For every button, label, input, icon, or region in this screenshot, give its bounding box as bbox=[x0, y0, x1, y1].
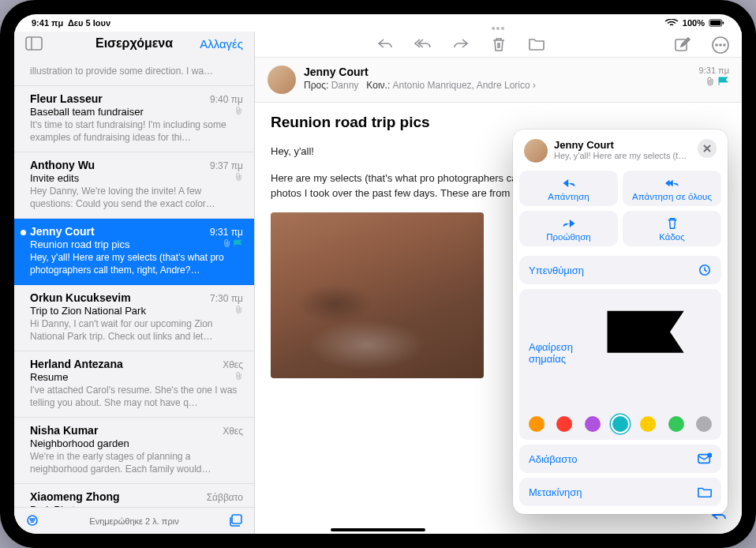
actions-popover: Jenny Court Hey, y'all! Here are my sele… bbox=[513, 129, 728, 514]
flag-section: Αφαίρεση σημαίας bbox=[519, 289, 721, 440]
close-icon bbox=[703, 145, 711, 152]
msg-from: Jenny Court bbox=[30, 225, 95, 238]
svg-rect-1 bbox=[710, 21, 720, 25]
message-list[interactable]: illustration to provide some direction. … bbox=[14, 57, 254, 507]
msg-subject: Resume bbox=[30, 371, 68, 383]
svg-point-12 bbox=[716, 44, 717, 46]
sidebar: Εισερχόμενα Αλλαγές illustration to prov… bbox=[14, 32, 255, 534]
stack-icon[interactable] bbox=[229, 514, 243, 528]
edit-button[interactable]: Αλλαγές bbox=[200, 37, 243, 51]
svg-point-14 bbox=[724, 44, 725, 46]
header-recipients[interactable]: Προς: Danny Κοιν.: Antonio Manriquez, An… bbox=[304, 80, 691, 91]
unread-action[interactable]: Αδιάβαστο bbox=[519, 445, 721, 473]
msg-from: Xiaomeng Zhong bbox=[30, 490, 120, 503]
message-row[interactable]: Jenny Court9:31 πμReunion road trip pics… bbox=[14, 219, 254, 285]
flag-color[interactable] bbox=[585, 416, 601, 432]
message-header: Jenny Court Προς: Danny Κοιν.: Antonio M… bbox=[255, 57, 742, 103]
msg-subject: Park Photos bbox=[30, 504, 86, 507]
ipad-frame: 9:41 πμ Δευ 5 Ιουν 100% Εισερχόμενα Αλλα… bbox=[0, 0, 756, 548]
sidebar-footer: Ενημερώθηκε 2 λ. πριν bbox=[14, 507, 254, 534]
message-row[interactable]: illustration to provide some direction. … bbox=[14, 57, 254, 86]
message-row[interactable]: Fleur Lasseur9:40 πμBaseball team fundra… bbox=[14, 86, 254, 152]
flag-icon bbox=[718, 77, 729, 85]
attached-image[interactable] bbox=[271, 212, 484, 378]
sidebar-status: Ενημερώθηκε 2 λ. πριν bbox=[89, 516, 178, 526]
toolbar bbox=[255, 32, 742, 57]
forward-action[interactable]: Προώθηση bbox=[519, 211, 618, 246]
popover-header: Jenny Court Hey, y'all! Here are my sele… bbox=[519, 137, 721, 171]
move-icon[interactable] bbox=[528, 36, 545, 52]
message-row[interactable]: Herland AntezanaΧθεςResumeI've attached … bbox=[14, 351, 254, 418]
msg-subject: Trip to Zion National Park bbox=[30, 305, 146, 317]
trash-action[interactable]: Κάδος bbox=[623, 211, 721, 246]
flag-color[interactable] bbox=[612, 416, 628, 432]
close-button[interactable] bbox=[698, 139, 717, 158]
header-from[interactable]: Jenny Court bbox=[304, 66, 691, 78]
sidebar-header: Εισερχόμενα Αλλαγές bbox=[14, 32, 254, 57]
flag-colors bbox=[529, 416, 712, 432]
msg-time: Χθες bbox=[223, 359, 243, 370]
msg-time: Σάββατο bbox=[207, 492, 243, 503]
more-icon[interactable] bbox=[712, 36, 729, 52]
attach-icon bbox=[706, 77, 715, 86]
compose-icon[interactable] bbox=[674, 36, 691, 52]
status-time: 9:41 πμ bbox=[32, 18, 63, 28]
forward-icon[interactable] bbox=[452, 36, 470, 52]
flag-color[interactable] bbox=[640, 416, 656, 432]
msg-preview: It's time to start fundraising! I'm incl… bbox=[30, 118, 243, 144]
msg-preview: We're in the early stages of planning a … bbox=[30, 450, 243, 475]
msg-subject: Neighborhood garden bbox=[30, 437, 129, 449]
status-right: 100% bbox=[664, 18, 724, 28]
sidebar-toggle-icon[interactable] bbox=[25, 36, 43, 51]
flag-color[interactable] bbox=[668, 416, 684, 432]
msg-from: Herland Antezana bbox=[30, 358, 123, 370]
avatar[interactable] bbox=[268, 66, 296, 94]
filter-button[interactable] bbox=[25, 515, 39, 527]
header-time: 9:31 πμ bbox=[699, 66, 729, 75]
message-row[interactable]: Anthony Wu9:37 πμInvite editsHey Danny, … bbox=[14, 152, 254, 219]
msg-from: Anthony Wu bbox=[30, 159, 95, 171]
msg-preview: illustration to provide some direction. … bbox=[30, 65, 243, 77]
msg-subject: Baseball team fundraiser bbox=[30, 106, 144, 118]
svg-rect-3 bbox=[26, 37, 42, 50]
screen: 9:41 πμ Δευ 5 Ιουν 100% Εισερχόμενα Αλλα… bbox=[14, 14, 742, 534]
msg-subject: Reunion road trip pics bbox=[30, 238, 129, 250]
attach-icon bbox=[235, 371, 243, 381]
attach-icon bbox=[235, 305, 243, 314]
svg-point-17 bbox=[708, 454, 712, 458]
clock-icon bbox=[698, 264, 712, 276]
header-meta: 9:31 πμ bbox=[699, 66, 729, 94]
status-battery-pct: 100% bbox=[683, 18, 705, 28]
reply-action[interactable]: Απάντηση bbox=[519, 171, 618, 206]
msg-time: Χθες bbox=[223, 426, 243, 437]
flag-color[interactable] bbox=[556, 416, 572, 432]
envelope-icon bbox=[698, 452, 712, 465]
move-action[interactable]: Μετακίνηση bbox=[519, 478, 721, 506]
flag-color[interactable] bbox=[529, 416, 545, 432]
popover-preview: Hey, y'all! Here are my selects (that's… bbox=[554, 151, 691, 160]
reply-all-action[interactable]: Απάντηση σε όλους bbox=[623, 171, 721, 206]
unflag-icon bbox=[586, 297, 712, 408]
folder-icon bbox=[698, 486, 712, 498]
flag-color[interactable] bbox=[696, 416, 712, 432]
status-left: 9:41 πμ Δευ 5 Ιουν bbox=[32, 18, 110, 28]
message-row[interactable]: Nisha KumarΧθεςNeighborhood gardenWe're … bbox=[14, 418, 254, 484]
msg-preview: Hi Danny, I can't wait for our upcoming … bbox=[30, 317, 243, 343]
message-row[interactable]: Xiaomeng ZhongΣάββατοPark PhotosHi Danny… bbox=[14, 484, 254, 507]
msg-subject: Invite edits bbox=[30, 172, 79, 184]
reply-all-icon[interactable] bbox=[414, 36, 432, 52]
msg-preview: Hey, y'all! Here are my selects (that's … bbox=[30, 251, 243, 276]
trash-icon[interactable] bbox=[490, 36, 507, 52]
message-row[interactable]: Orkun Kucuksevim7:30 πμTrip to Zion Nati… bbox=[14, 285, 254, 351]
attach-icon bbox=[223, 238, 231, 248]
home-indicator[interactable] bbox=[331, 528, 425, 531]
remind-action[interactable]: Υπενθύμιση bbox=[519, 256, 721, 284]
app-mail: Εισερχόμενα Αλλαγές illustration to prov… bbox=[14, 32, 742, 534]
attach-icon bbox=[235, 172, 243, 182]
message-pane: ••• Jenny Court bbox=[255, 32, 742, 534]
reply-icon[interactable] bbox=[376, 36, 394, 52]
msg-time: 9:31 πμ bbox=[210, 227, 243, 238]
message-subject: Reunion road trip pics bbox=[271, 114, 726, 131]
msg-from: Fleur Lasseur bbox=[30, 92, 103, 105]
unflag-action[interactable]: Αφαίρεση σημαίας bbox=[529, 297, 712, 408]
